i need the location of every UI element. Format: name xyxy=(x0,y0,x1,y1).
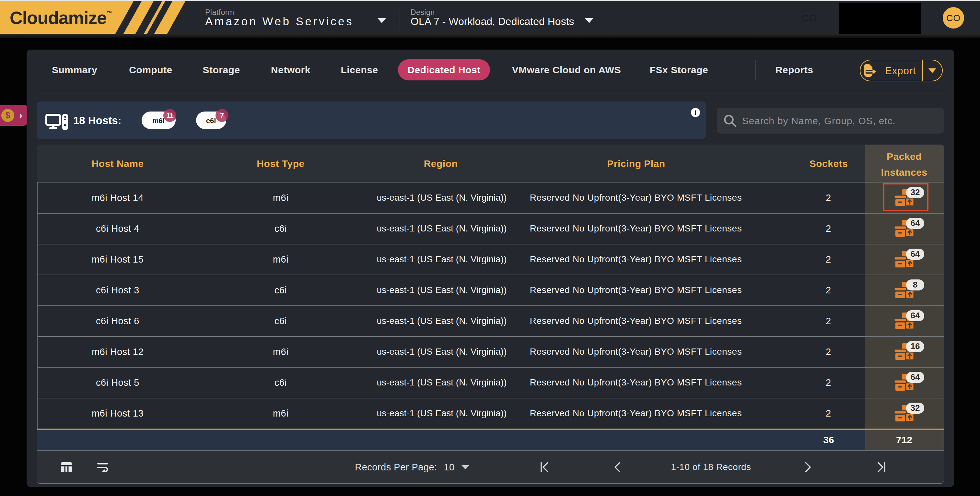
svg-text:64: 64 xyxy=(911,311,920,320)
svg-text:32: 32 xyxy=(911,187,920,197)
svg-text:64: 64 xyxy=(911,372,920,382)
svg-text:8: 8 xyxy=(913,280,918,290)
svg-text:64: 64 xyxy=(911,249,920,259)
svg-text:32: 32 xyxy=(911,403,920,413)
svg-text:64: 64 xyxy=(911,218,920,228)
svg-text:16: 16 xyxy=(911,341,920,351)
